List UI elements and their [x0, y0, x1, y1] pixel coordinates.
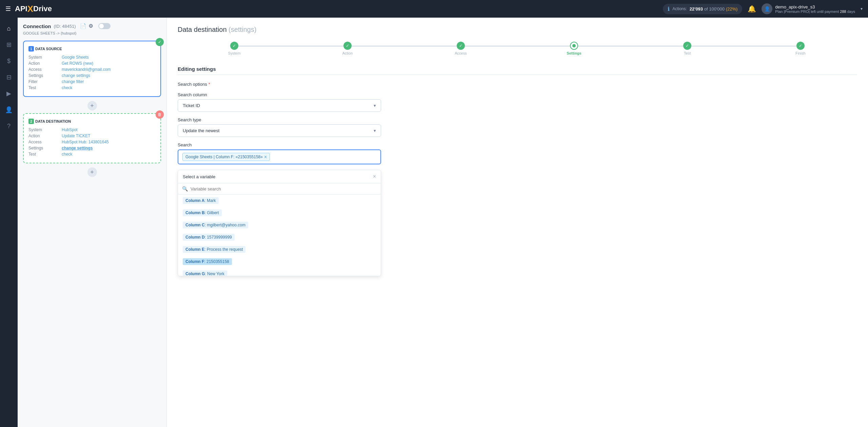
dd-tag-c: Column C: mgilbert@yahoo.com [183, 222, 248, 228]
source-value-settings[interactable]: change settings [62, 73, 156, 78]
step-icon-test: ✓ [683, 42, 691, 50]
sidebar-item-dollar[interactable]: $ [2, 54, 16, 68]
search-options-group: Search options * [178, 82, 857, 87]
search-column-select[interactable]: Ticket ID ▾ [178, 99, 381, 112]
dropdown-close-icon[interactable]: × [373, 174, 376, 180]
list-item[interactable]: Column D: 15739999999 [178, 231, 381, 243]
toggle-switch[interactable] [98, 23, 111, 29]
step-label-finish: Finish [795, 51, 805, 55]
actions-label: Actions: [672, 6, 687, 11]
logo: APIXDrive [15, 4, 52, 14]
dest-row-settings: Settings change settings [28, 146, 156, 150]
dest-value-settings[interactable]: change settings [62, 146, 156, 150]
dest-label-system: System [28, 127, 59, 132]
step-label-action: Action [342, 51, 353, 55]
step-finish[interactable]: ✓ Finish [744, 42, 857, 55]
search-type-value: Update the newest [183, 128, 219, 133]
dest-card-num: 2 [28, 119, 34, 124]
search-column-group: Search column Ticket ID ▾ [178, 92, 857, 112]
step-icon-action: ✓ [343, 42, 352, 50]
step-label-access: Access [455, 51, 467, 55]
logo-drive: Drive [33, 4, 52, 13]
list-item[interactable]: Column G: New York [178, 268, 381, 276]
source-value-filter[interactable]: change filter [62, 79, 156, 84]
source-value-access[interactable]: maverickandrii@gmail.com [62, 67, 156, 72]
right-panel: Data destination (settings) ✓ System ✓ A… [167, 18, 868, 427]
step-icon-finish: ✓ [796, 42, 805, 50]
search-column-label: Search column [178, 92, 857, 97]
sidebar-item-grid[interactable]: ⊞ [2, 38, 16, 52]
search-field-label: Search [178, 142, 857, 147]
list-item[interactable]: Column B: Gilbert [178, 207, 381, 219]
bell-icon[interactable]: 🔔 [748, 5, 756, 13]
connection-header: Connection (ID: 48451) 📄 ⚙ [23, 23, 161, 29]
header-icons: 📄 ⚙ [80, 23, 93, 29]
step-system[interactable]: ✓ System [178, 42, 291, 55]
search-field-group: Search Google Sheets | Column F: «215035… [178, 142, 857, 164]
dest-value-access[interactable]: HubSpot Hub: 143801645 [62, 140, 156, 144]
search-icon: 🔍 [182, 186, 188, 191]
gear-icon[interactable]: ⚙ [88, 23, 93, 29]
user-plan: Plan |Premium PRO| left until payment 28… [775, 9, 855, 14]
connection-id: (ID: 48451) [54, 24, 76, 29]
dd-tag-e: Column E: Process the request [183, 246, 245, 253]
sidebar-item-user[interactable]: 👤 [2, 103, 16, 117]
list-item[interactable]: Column C: mgilbert@yahoo.com [178, 219, 381, 231]
dd-tag-f: Column F: 2150355158 [183, 258, 232, 265]
sidebar-item-home[interactable]: ⌂ [2, 22, 16, 35]
doc-icon[interactable]: 📄 [80, 23, 86, 29]
dropdown-search-input[interactable] [191, 186, 377, 191]
dd-tag-d: Column D: 15739999999 [183, 234, 235, 241]
main-layout: ⌂ ⊞ $ ⊟ ▶ 👤 ? Connection (ID: 48451) 📄 ⚙… [0, 18, 868, 427]
section-title: Editing settings [178, 66, 857, 75]
source-card-title: 1 DATA SOURCE [28, 46, 156, 52]
add-destination-button[interactable]: + [87, 167, 97, 177]
source-value-system[interactable]: Google Sheets [62, 55, 156, 60]
logo-api: API [15, 4, 27, 13]
top-header: ☰ APIXDrive ℹ Actions: 22'093 of 100'000… [0, 0, 868, 18]
actions-pct: (22%) [726, 6, 738, 12]
logo-x: X [27, 4, 33, 14]
search-tag-text: Google Sheets | Column F: «2150355158» [185, 155, 263, 159]
dest-label-action: Action [28, 134, 59, 138]
tag-remove-icon[interactable]: × [264, 154, 267, 160]
actions-pill: ℹ Actions: 22'093 of 100'000 (22%) [663, 4, 742, 14]
search-type-select[interactable]: Update the newest ▾ [178, 124, 381, 137]
search-input-container[interactable]: Google Sheets | Column F: «2150355158» × [178, 149, 381, 164]
step-access[interactable]: ✓ Access [404, 42, 517, 55]
connection-title: Connection [23, 23, 51, 29]
search-type-group: Search type Update the newest ▾ [178, 117, 857, 137]
sidebar-item-briefcase[interactable]: ⊟ [2, 70, 16, 84]
list-item[interactable]: Column A: Mark [178, 195, 381, 207]
info-icon: ℹ [668, 6, 670, 12]
list-item[interactable]: Column F: 2150355158 [178, 256, 381, 268]
dest-delete-icon[interactable]: 🗑 [156, 110, 164, 119]
dropdown-search-bar: 🔍 [178, 183, 381, 195]
add-step-button[interactable]: + [87, 101, 97, 110]
step-icon-settings [570, 42, 578, 50]
dd-tag-a: Column A: Mark [183, 197, 219, 204]
step-test[interactable]: ✓ Test [631, 42, 744, 55]
step-settings[interactable]: Settings [517, 42, 631, 55]
sidebar-item-youtube[interactable]: ▶ [2, 87, 16, 100]
source-label-action: Action [28, 61, 59, 66]
chevron-down-icon: ▾ [861, 6, 863, 11]
dest-value-system[interactable]: HubSpot [62, 127, 156, 132]
hamburger-menu[interactable]: ☰ [5, 5, 11, 13]
dest-row-test: Test check [28, 152, 156, 157]
source-value-test[interactable]: check [62, 85, 156, 90]
dropdown-title: Select a variable [183, 174, 215, 179]
left-sidebar: ⌂ ⊞ $ ⊟ ▶ 👤 ? [0, 18, 18, 427]
source-card-num: 1 [28, 46, 34, 52]
source-value-action[interactable]: Get ROWS (new) [62, 61, 156, 66]
actions-total-num: 100'000 [709, 6, 725, 12]
dest-label-access: Access [28, 140, 59, 144]
step-action[interactable]: ✓ Action [291, 42, 404, 55]
actions-total-text: of 100'000 [704, 6, 725, 12]
step-label-test: Test [684, 51, 691, 55]
dest-value-action[interactable]: Update TICKET [62, 134, 156, 138]
user-area[interactable]: 👤 demo_apix-drive_s3 Plan |Premium PRO| … [762, 3, 863, 14]
sidebar-item-help[interactable]: ? [2, 119, 16, 133]
list-item[interactable]: Column E: Process the request [178, 243, 381, 256]
dest-value-test[interactable]: check [62, 152, 156, 157]
